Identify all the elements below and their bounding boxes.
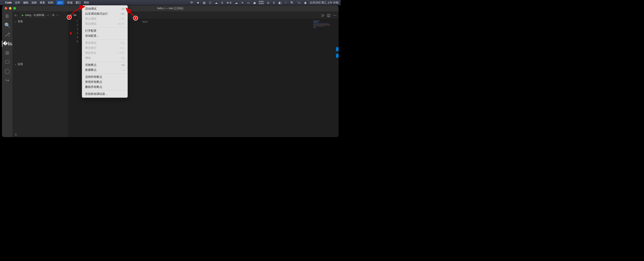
share-icon[interactable]: ↪ — [4, 77, 10, 84]
search-icon[interactable]: 🔍 — [4, 22, 10, 29]
run-debug-icon[interactable]: ▷�bug — [2, 41, 12, 47]
run-file-icon[interactable]: ▷ — [322, 13, 324, 17]
menu-selection[interactable]: 选择 — [32, 1, 37, 5]
menu-edit[interactable]: 编辑 — [23, 1, 28, 5]
status-shield-icon[interactable]: ⬡ — [208, 1, 212, 4]
section-variables[interactable]: ⌄ 变量 — [12, 19, 68, 24]
wechat-icon[interactable]: ✉ 6 — [226, 1, 232, 4]
debug-sidebar: 运... ▶ clang - 生成和调... ▾ ⚙ ⋯ ⌄ 变量 ⌄ 监视 ⟩… — [12, 11, 68, 137]
menu-item: 停止调试⇧ F5 — [82, 17, 128, 22]
menu-item: 单步跳过F10 — [82, 41, 128, 46]
menu-item: 单步停止⇧ F11 — [82, 51, 128, 56]
display-icon[interactable]: ▭ — [247, 1, 250, 4]
menu-item[interactable]: 添加配置… — [82, 34, 128, 39]
play-icon: ▶ — [22, 14, 24, 17]
status-app-icon[interactable]: ▧ — [202, 1, 206, 4]
annotation-arrow-1: 1 — [63, 6, 87, 22]
breakpoint-icon[interactable] — [70, 32, 72, 34]
menu-file[interactable]: 文件 — [15, 1, 20, 5]
annotation-arrow-2: 2 — [125, 7, 144, 21]
menu-item: 继续F5 — [82, 56, 128, 61]
status-cloud-icon[interactable]: ☁ — [214, 1, 218, 4]
source-control-icon[interactable]: ⎇ — [4, 32, 10, 38]
section-watch-label: 监视 — [18, 62, 23, 66]
menu-item[interactable]: 启动调试F5 — [82, 6, 128, 11]
menu-item[interactable]: 切换断点F9 — [82, 63, 128, 68]
menu-item[interactable]: 安装附加调试器… — [82, 92, 128, 97]
run-menu-dropdown: 启动调试F5以非调试模式运行^ F5停止调试⇧ F5重启调试⇧⌘ F5打开配置添… — [82, 5, 128, 98]
menu-item[interactable]: 启用所有断点 — [82, 75, 128, 80]
github-icon[interactable]: ◯ — [4, 68, 10, 74]
clock[interactable]: 11月24日 周三 上午 8:56 — [310, 1, 338, 5]
menu-item[interactable]: 新建断点› — [82, 68, 128, 73]
menu-item: 单步执行F11 — [82, 46, 128, 51]
menu-view[interactable]: 查看 — [40, 1, 45, 5]
macos-menubar: Code 文件 编辑 选择 查看 转到 运行 终端 窗口 帮助 中 ❖ ▧ ⬡ … — [0, 0, 340, 5]
cat-icon[interactable]: ◕ — [253, 1, 256, 4]
vscode-window: hello.c — test (工作区) 🗎 🔍 ⎇ ▷�bug ⊞ 🖵 ◯ ↪… — [2, 5, 338, 137]
annotation-badge-2: 2 — [133, 16, 138, 21]
netspeed-indicator: 0KB/s0KB/s — [259, 1, 264, 5]
activity-bar: 🗎 🔍 ⎇ ▷�bug ⊞ 🖵 ◯ ↪ — [2, 11, 12, 137]
section-variables-label: 变量 — [18, 20, 23, 23]
run-label: 运... — [14, 14, 18, 17]
wifi-icon[interactable]: ⌔ — [285, 1, 287, 4]
status-sync-icon[interactable]: ❖ — [196, 1, 200, 4]
split-editor-icon[interactable]: ◫ — [327, 13, 330, 17]
debug-config-selector[interactable]: ▶ clang - 生成和调... ▾ — [20, 13, 50, 18]
close-window-button[interactable] — [4, 7, 7, 10]
menu-window[interactable]: 窗口 — [76, 1, 81, 5]
battery-icon[interactable]: ▮▯ — [278, 1, 282, 4]
status-s-icon[interactable]: S — [221, 1, 224, 4]
collapse-icon[interactable]: ⟩⟨ — [12, 132, 68, 137]
menu-terminal[interactable]: 终端 — [67, 1, 72, 5]
gear-icon[interactable]: ⚙ — [52, 13, 55, 17]
menu-help[interactable]: 帮助 — [84, 1, 89, 5]
chevron-down-icon: ⌄ — [15, 63, 16, 65]
menu-item: 重启调试⇧⌘ F5 — [82, 22, 128, 27]
titlebar: hello.c — test (工作区) — [2, 5, 338, 11]
chevron-down-icon: ▾ — [48, 14, 49, 16]
window-title: hello.c — test (工作区) — [2, 7, 338, 10]
annotation-badge-1: 1 — [67, 15, 72, 20]
debug-config-name: clang - 生成和调... — [25, 13, 46, 17]
editor-more-icon[interactable]: ⋯ — [333, 13, 336, 17]
bluetooth-off-icon[interactable]: ⊻ — [272, 1, 276, 4]
menu-go[interactable]: 转到 — [48, 1, 53, 5]
ime-indicator[interactable]: 中 — [190, 1, 194, 5]
weather-icon[interactable]: ☁ — [234, 1, 238, 4]
minimize-window-button[interactable] — [9, 7, 12, 10]
menu-item[interactable]: 打开配置 — [82, 29, 128, 34]
control-center-icon[interactable]: ⌥ — [297, 1, 301, 4]
remote-icon[interactable]: 🖵 — [4, 59, 10, 65]
minimap[interactable] — [313, 20, 337, 33]
spotlight-icon[interactable]: 🔍 — [290, 1, 294, 4]
menu-item[interactable]: 删除所有断点 — [82, 85, 128, 90]
siri-icon[interactable]: ◉ — [304, 1, 307, 4]
explorer-icon[interactable]: 🗎 — [4, 13, 10, 19]
menu-item[interactable]: 禁用所有断点 — [82, 80, 128, 85]
overview-ruler[interactable] — [336, 19, 338, 137]
debug-toolbar: 运... ▶ clang - 生成和调... ▾ ⚙ ⋯ — [12, 11, 68, 19]
chevron-down-icon: ⌄ — [15, 20, 16, 23]
extensions-icon[interactable]: ⊞ — [4, 50, 10, 56]
menu-run[interactable]: 运行 — [56, 1, 64, 5]
stop-icon[interactable]: ⊘ — [266, 1, 270, 4]
more-icon[interactable]: ⋯ — [56, 13, 60, 17]
app-name[interactable]: Code — [5, 1, 12, 4]
fan-icon[interactable]: ✳ — [241, 1, 244, 4]
section-watch[interactable]: ⌄ 监视 — [12, 61, 68, 67]
menu-item[interactable]: 以非调试模式运行^ F5 — [82, 11, 128, 17]
zoom-window-button[interactable] — [13, 7, 16, 10]
line-gutter: 1 2 3 4 5 6 — [68, 19, 81, 44]
